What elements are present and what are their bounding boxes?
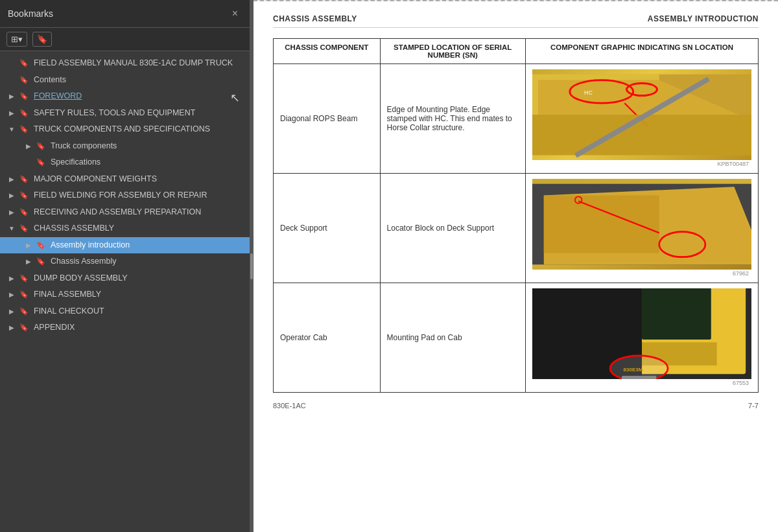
layout-toggle-button[interactable]: ⊞▾ <box>6 32 27 47</box>
component-table: CHASSIS COMPONENT STAMPED LOCATION OF SE… <box>273 38 759 393</box>
bookmark-item-major-weights[interactable]: ▶ 🔖 MAJOR COMPONENT WEIGHTS <box>0 171 250 188</box>
table-row: Deck Support Locator Block on Deck Suppo… <box>274 174 759 283</box>
expand-arrow-specs <box>23 158 34 167</box>
bookmark-label: RECEIVING AND ASSEMBLY PREPARATION <box>34 207 244 218</box>
bookmark-icon: 🔖 <box>18 91 30 101</box>
image-caption-deck: 67962 <box>532 270 751 277</box>
document-area: CHASSIS ASSEMBLY ASSEMBLY INTRODUCTION C… <box>253 1 778 532</box>
bookmark-icon: 🔖 <box>18 224 30 233</box>
expand-arrow <box>6 76 17 85</box>
bookmark-label: FIELD ASSEMBLY MANUAL 830E-1AC DUMP TRUC… <box>34 58 244 69</box>
table-row: Operator Cab Mounting Pad on Cab <box>274 283 759 393</box>
table-header-serial: STAMPED LOCATION OF SERIAL NUMBER (SN) <box>380 39 525 64</box>
bookmark-item-contents[interactable]: 🔖 Contents <box>0 72 250 89</box>
expand-arrow-receiving: ▶ <box>6 208 17 217</box>
bookmark-icon: 🔖 <box>18 290 30 299</box>
bookmark-item-appendix[interactable]: ▶ 🔖 APPENDIX <box>0 319 250 336</box>
bookmark-label: CHASSIS ASSEMBLY <box>34 223 244 235</box>
bookmark-item-field-welding[interactable]: ▶ 🔖 FIELD WELDING FOR ASSEMBLY OR REPAIR <box>0 187 250 204</box>
expand-arrow-dump: ▶ <box>6 274 17 283</box>
bookmark-label: Chassis Assembly <box>51 256 244 268</box>
bookmark-icon: 🔖 <box>18 108 30 118</box>
expand-arrow-chassis: ▼ <box>6 224 17 233</box>
bookmark-label: TRUCK COMPONENTS AND SPECIFICATIONS <box>34 124 244 135</box>
bookmark-label: DUMP BODY ASSEMBLY <box>34 273 244 284</box>
bookmark-icon: 🔖 <box>18 75 30 85</box>
sidebar-content: 🔖 FIELD ASSEMBLY MANUAL 830E-1AC DUMP TR… <box>0 51 250 532</box>
sidebar: Bookmarks × ⊞▾ 🔖 🔖 FIELD ASSEMBLY MANUAL… <box>0 0 250 532</box>
bookmark-icon: 🔖 <box>18 306 30 316</box>
component-image-cell: 830E3M 67553 <box>525 283 758 393</box>
bookmark-label: SAFETY RULES, TOOLS AND EQUIPMENT <box>34 108 244 119</box>
bookmark-label: FINAL CHECKOUT <box>34 306 244 318</box>
expand-arrow-truck: ▼ <box>6 125 17 134</box>
doc-model-number: 830E-1AC <box>273 402 306 410</box>
serial-location: Edge of Mounting Plate. Edge stamped wit… <box>380 64 525 174</box>
bookmark-item-chassis-sub[interactable]: ▶ 🔖 Chassis Assembly <box>0 253 250 270</box>
bookmark-icon: 🔖 <box>18 124 30 134</box>
expand-arrow-foreword: ▶ <box>6 92 17 101</box>
serial-location: Mounting Pad on Cab <box>380 283 525 393</box>
bookmark-item-foreword[interactable]: ▶ 🔖 FOREWORD ↖ <box>0 88 250 105</box>
doc-page-number: 7-7 <box>748 402 759 410</box>
deck-support-image <box>532 179 751 270</box>
bookmark-label: FINAL ASSEMBLY <box>34 289 244 301</box>
component-name: Diagonal ROPS Beam <box>274 64 381 174</box>
svg-text:830E3M: 830E3M <box>624 367 643 373</box>
bookmark-item-truck-components[interactable]: ▼ 🔖 TRUCK COMPONENTS AND SPECIFICATIONS <box>0 121 250 138</box>
table-header-component: CHASSIS COMPONENT <box>274 39 381 64</box>
expand-arrow-final: ▶ <box>6 290 17 299</box>
bookmark-item-truck-components-sub[interactable]: ▶ 🔖 Truck components <box>0 138 250 155</box>
image-caption-rops: KPBT00487 <box>532 160 751 168</box>
bookmark-item-final-checkout[interactable]: ▶ 🔖 FINAL CHECKOUT <box>0 303 250 320</box>
rops-beam-image: HC <box>532 69 751 160</box>
bookmark-item-specifications[interactable]: 🔖 Specifications <box>0 154 250 171</box>
bookmark-item-assembly-intro[interactable]: ▶ 🔖 Assembly introduction <box>0 237 250 254</box>
image-caption-cab: 67553 <box>532 379 751 387</box>
bookmark-icon: 🔖 <box>18 273 30 283</box>
bookmark-icon: 🔖 <box>35 257 47 266</box>
bookmark-view-button[interactable]: 🔖 <box>32 32 52 47</box>
svg-rect-16 <box>642 288 711 340</box>
bookmark-label: Assembly introduction <box>51 240 244 251</box>
expand-arrow-safety: ▶ <box>6 109 17 118</box>
table-row: Diagonal ROPS Beam Edge of Mounting Plat… <box>274 64 759 174</box>
bookmark-icon: 🔖 <box>18 323 30 332</box>
component-image-cell: HC KPBT00487 <box>525 64 758 174</box>
svg-marker-6 <box>532 115 751 155</box>
bookmark-label: FOREWORD <box>34 91 244 102</box>
sidebar-title: Bookmarks <box>8 8 53 19</box>
operator-cab-image: 830E3M <box>532 288 751 379</box>
doc-chapter-title: CHASSIS ASSEMBLY <box>273 14 357 23</box>
table-header-graphic: COMPONENT GRAPHIC INDICATING SN LOCATION <box>525 39 758 64</box>
document-footer: 830E-1AC 7-7 <box>273 399 759 410</box>
bookmark-label: MAJOR COMPONENT WEIGHTS <box>34 174 244 185</box>
bookmark-icon: 🔖 <box>18 174 30 184</box>
main-content: CHASSIS ASSEMBLY ASSEMBLY INTRODUCTION C… <box>253 0 778 532</box>
expand-arrow-chassis-sub: ▶ <box>23 257 34 266</box>
expand-arrow-checkout: ▶ <box>6 307 17 316</box>
sidebar-close-button[interactable]: × <box>228 6 242 21</box>
bookmark-item-dump-body[interactable]: ▶ 🔖 DUMP BODY ASSEMBLY <box>0 270 250 287</box>
bookmark-item-chassis-assembly[interactable]: ▼ 🔖 CHASSIS ASSEMBLY <box>0 220 250 237</box>
sidebar-header: Bookmarks × <box>0 0 250 28</box>
doc-section-title: ASSEMBLY INTRODUCTION <box>648 14 759 23</box>
rops-circle-overlay <box>626 82 658 97</box>
component-name: Deck Support <box>274 174 381 283</box>
bookmark-item-receiving[interactable]: ▶ 🔖 RECEIVING AND ASSEMBLY PREPARATION <box>0 204 250 221</box>
bookmark-icon: 🔖 <box>18 58 30 68</box>
bookmark-label: Contents <box>34 75 244 86</box>
svg-text:HC: HC <box>584 89 593 96</box>
splitter-handle <box>250 253 253 279</box>
bookmark-label: FIELD WELDING FOR ASSEMBLY OR REPAIR <box>34 190 244 202</box>
bookmark-item-field-assembly[interactable]: 🔖 FIELD ASSEMBLY MANUAL 830E-1AC DUMP TR… <box>0 55 250 72</box>
deck-svg <box>532 179 751 270</box>
bookmark-icon: 🔖 <box>18 207 30 217</box>
document-header: CHASSIS ASSEMBLY ASSEMBLY INTRODUCTION <box>273 14 759 28</box>
bookmark-item-safety[interactable]: ▶ 🔖 SAFETY RULES, TOOLS AND EQUIPMENT <box>0 105 250 122</box>
bookmark-icon: 🔖 <box>35 240 47 250</box>
bookmark-label: Truck components <box>51 141 244 152</box>
bookmark-item-final-assembly[interactable]: ▶ 🔖 FINAL ASSEMBLY <box>0 286 250 303</box>
cab-svg: 830E3M <box>532 288 751 379</box>
expand-arrow-welding: ▶ <box>6 191 17 200</box>
